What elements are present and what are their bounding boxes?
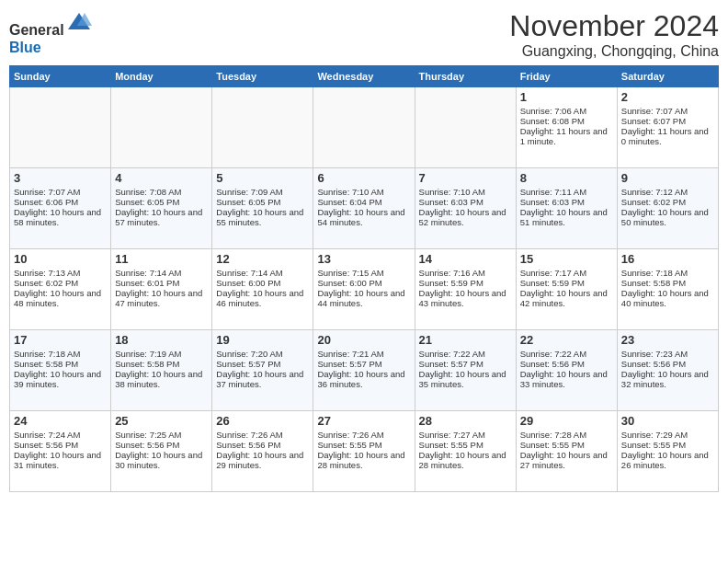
sunset-text: Sunset: 5:55 PM	[317, 440, 410, 450]
sunset-text: Sunset: 5:56 PM	[14, 440, 107, 450]
day-number: 25	[115, 414, 208, 428]
calendar-day-cell: 23Sunrise: 7:23 AMSunset: 5:56 PMDayligh…	[617, 330, 718, 411]
sunset-text: Sunset: 5:57 PM	[419, 359, 512, 369]
day-number: 20	[317, 333, 410, 347]
sunset-text: Sunset: 6:04 PM	[317, 197, 410, 207]
calendar-day-cell: 13Sunrise: 7:15 AMSunset: 6:00 PMDayligh…	[313, 249, 415, 330]
page-header: General Blue November 2024 Guangxing, Ch…	[9, 9, 719, 60]
sunrise-text: Sunrise: 7:07 AM	[621, 106, 714, 116]
sunrise-text: Sunrise: 7:26 AM	[216, 430, 309, 440]
day-number: 10	[14, 252, 107, 266]
sunrise-text: Sunrise: 7:29 AM	[621, 430, 714, 440]
daylight-text: Daylight: 10 hours and 46 minutes.	[216, 288, 309, 308]
sunset-text: Sunset: 5:55 PM	[520, 440, 613, 450]
sunset-text: Sunset: 5:56 PM	[520, 359, 613, 369]
sunrise-text: Sunrise: 7:27 AM	[419, 430, 512, 440]
month-title: November 2024	[509, 9, 719, 43]
daylight-text: Daylight: 10 hours and 54 minutes.	[317, 207, 410, 227]
sunrise-text: Sunrise: 7:07 AM	[14, 187, 107, 197]
day-number: 7	[419, 171, 512, 185]
daylight-text: Daylight: 10 hours and 58 minutes.	[14, 207, 107, 227]
daylight-text: Daylight: 10 hours and 39 minutes.	[14, 369, 107, 389]
sunrise-text: Sunrise: 7:20 AM	[216, 349, 309, 359]
daylight-text: Daylight: 10 hours and 57 minutes.	[115, 207, 208, 227]
day-number: 15	[520, 252, 613, 266]
calendar-day-cell	[111, 87, 212, 168]
calendar-day-cell: 5Sunrise: 7:09 AMSunset: 6:05 PMDaylight…	[212, 168, 313, 249]
sunset-text: Sunset: 6:02 PM	[621, 197, 714, 207]
sunrise-text: Sunrise: 7:26 AM	[317, 430, 410, 440]
day-of-week-header: Wednesday	[313, 66, 415, 87]
sunset-text: Sunset: 6:06 PM	[14, 197, 107, 207]
sunset-text: Sunset: 5:58 PM	[14, 359, 107, 369]
calendar-day-cell	[415, 87, 516, 168]
calendar-day-cell: 28Sunrise: 7:27 AMSunset: 5:55 PMDayligh…	[415, 411, 516, 492]
sunset-text: Sunset: 6:07 PM	[621, 116, 714, 126]
sunset-text: Sunset: 5:56 PM	[216, 440, 309, 450]
sunrise-text: Sunrise: 7:14 AM	[216, 268, 309, 278]
sunrise-text: Sunrise: 7:18 AM	[621, 268, 714, 278]
sunset-text: Sunset: 6:05 PM	[115, 197, 208, 207]
day-number: 24	[14, 414, 107, 428]
calendar-day-cell: 8Sunrise: 7:11 AMSunset: 6:03 PMDaylight…	[516, 168, 617, 249]
daylight-text: Daylight: 10 hours and 31 minutes.	[14, 450, 107, 470]
sunset-text: Sunset: 6:00 PM	[216, 278, 309, 288]
calendar-week-row: 10Sunrise: 7:13 AMSunset: 6:02 PMDayligh…	[10, 249, 719, 330]
daylight-text: Daylight: 10 hours and 26 minutes.	[621, 450, 714, 470]
sunrise-text: Sunrise: 7:16 AM	[419, 268, 512, 278]
calendar-day-cell: 7Sunrise: 7:10 AMSunset: 6:03 PMDaylight…	[415, 168, 516, 249]
sunset-text: Sunset: 5:59 PM	[520, 278, 613, 288]
daylight-text: Daylight: 10 hours and 55 minutes.	[216, 207, 309, 227]
daylight-text: Daylight: 10 hours and 30 minutes.	[115, 450, 208, 470]
calendar-day-cell: 14Sunrise: 7:16 AMSunset: 5:59 PMDayligh…	[415, 249, 516, 330]
sunrise-text: Sunrise: 7:06 AM	[520, 106, 613, 116]
sunset-text: Sunset: 6:00 PM	[317, 278, 410, 288]
day-of-week-header: Friday	[516, 66, 617, 87]
day-number: 30	[621, 414, 714, 428]
daylight-text: Daylight: 10 hours and 32 minutes.	[621, 369, 714, 389]
daylight-text: Daylight: 10 hours and 51 minutes.	[520, 207, 613, 227]
logo: General Blue	[9, 9, 92, 56]
day-number: 8	[520, 171, 613, 185]
sunrise-text: Sunrise: 7:24 AM	[14, 430, 107, 440]
daylight-text: Daylight: 10 hours and 33 minutes.	[520, 369, 613, 389]
sunset-text: Sunset: 5:56 PM	[115, 440, 208, 450]
location-subtitle: Guangxing, Chongqing, China	[509, 43, 719, 60]
sunrise-text: Sunrise: 7:10 AM	[317, 187, 410, 197]
sunset-text: Sunset: 5:59 PM	[419, 278, 512, 288]
calendar-week-row: 24Sunrise: 7:24 AMSunset: 5:56 PMDayligh…	[10, 411, 719, 492]
calendar-day-cell: 16Sunrise: 7:18 AMSunset: 5:58 PMDayligh…	[617, 249, 718, 330]
header-row: SundayMondayTuesdayWednesdayThursdayFrid…	[10, 66, 719, 87]
daylight-text: Daylight: 10 hours and 36 minutes.	[317, 369, 410, 389]
calendar-day-cell: 18Sunrise: 7:19 AMSunset: 5:58 PMDayligh…	[111, 330, 212, 411]
day-of-week-header: Tuesday	[212, 66, 313, 87]
sunrise-text: Sunrise: 7:08 AM	[115, 187, 208, 197]
day-number: 4	[115, 171, 208, 185]
sunset-text: Sunset: 5:55 PM	[621, 440, 714, 450]
day-number: 2	[621, 90, 714, 104]
daylight-text: Daylight: 10 hours and 50 minutes.	[621, 207, 714, 227]
sunrise-text: Sunrise: 7:13 AM	[14, 268, 107, 278]
daylight-text: Daylight: 10 hours and 42 minutes.	[520, 288, 613, 308]
day-number: 29	[520, 414, 613, 428]
calendar-day-cell: 3Sunrise: 7:07 AMSunset: 6:06 PMDaylight…	[10, 168, 111, 249]
sunset-text: Sunset: 5:57 PM	[317, 359, 410, 369]
day-number: 26	[216, 414, 309, 428]
sunset-text: Sunset: 6:05 PM	[216, 197, 309, 207]
calendar-week-row: 1Sunrise: 7:06 AMSunset: 6:08 PMDaylight…	[10, 87, 719, 168]
calendar-day-cell: 10Sunrise: 7:13 AMSunset: 6:02 PMDayligh…	[10, 249, 111, 330]
sunrise-text: Sunrise: 7:23 AM	[621, 349, 714, 359]
sunrise-text: Sunrise: 7:28 AM	[520, 430, 613, 440]
calendar-day-cell: 21Sunrise: 7:22 AMSunset: 5:57 PMDayligh…	[415, 330, 516, 411]
day-number: 14	[419, 252, 512, 266]
sunrise-text: Sunrise: 7:15 AM	[317, 268, 410, 278]
sunset-text: Sunset: 5:56 PM	[621, 359, 714, 369]
daylight-text: Daylight: 10 hours and 29 minutes.	[216, 450, 309, 470]
calendar-day-cell	[10, 87, 111, 168]
day-number: 9	[621, 171, 714, 185]
day-number: 27	[317, 414, 410, 428]
daylight-text: Daylight: 11 hours and 1 minute.	[520, 126, 613, 146]
calendar-day-cell: 9Sunrise: 7:12 AMSunset: 6:02 PMDaylight…	[617, 168, 718, 249]
calendar-day-cell: 15Sunrise: 7:17 AMSunset: 5:59 PMDayligh…	[516, 249, 617, 330]
calendar-day-cell: 19Sunrise: 7:20 AMSunset: 5:57 PMDayligh…	[212, 330, 313, 411]
